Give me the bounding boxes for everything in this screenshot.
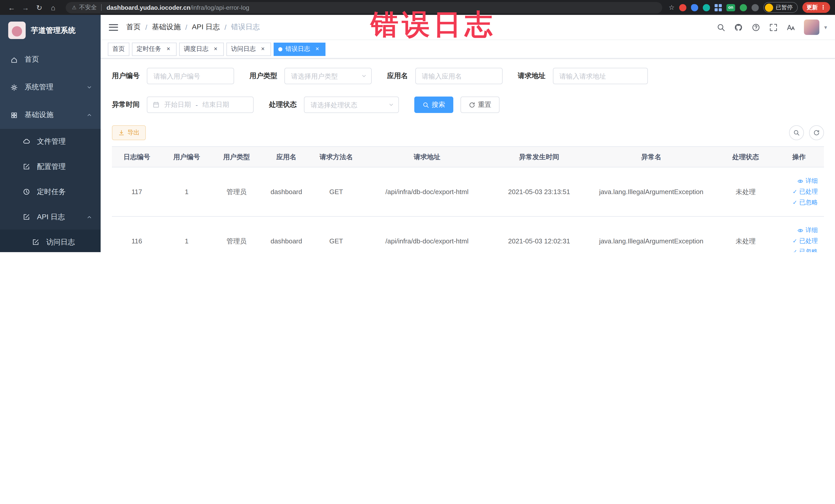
breadcrumb-item-infrastructure[interactable]: 基础设施	[152, 23, 181, 32]
detail-link[interactable]: 详细	[777, 225, 818, 236]
refresh-table-button[interactable]	[809, 125, 824, 140]
search-button-label: 搜索	[432, 100, 445, 109]
sidebar-item-home[interactable]: 首页	[0, 46, 101, 74]
user-id-label: 用户编号	[112, 72, 140, 81]
address-bar[interactable]: ⚠ 不安全 dashboard.yudao.iocoder.cn /infra/…	[66, 2, 663, 13]
sidebar-toggle-icon[interactable]	[109, 24, 118, 31]
browser-chrome: ← → ↻ ⌂ ⚠ 不安全 dashboard.yudao.iocoder.cn…	[0, 0, 835, 15]
sidebar-item-infrastructure[interactable]: 基础设施	[0, 101, 101, 129]
tab-label: 调度日志	[184, 45, 208, 54]
tab-home[interactable]: 首页	[108, 42, 129, 56]
column-header-user-id: 用户编号	[162, 147, 211, 167]
column-header-method: 请求方法名	[311, 147, 361, 167]
sidebar-item-config-management[interactable]: 配置管理	[0, 154, 101, 179]
browser-forward-icon[interactable]: →	[19, 3, 32, 12]
extension-paw-icon[interactable]	[752, 4, 759, 11]
fullscreen-icon[interactable]	[769, 23, 778, 32]
detail-link-label: 详细	[806, 225, 818, 236]
mark-ignored-link[interactable]: ✓ 已忽略	[777, 246, 818, 252]
detail-link-label: 详细	[806, 176, 818, 186]
user-avatar[interactable]	[804, 20, 820, 35]
tab-dispatch-log[interactable]: 调度日志 ×	[179, 42, 224, 56]
app-name-input[interactable]	[415, 68, 502, 84]
sidebar-item-file-management[interactable]: 文件管理	[0, 129, 101, 154]
tab-access-log[interactable]: 访问日志 ×	[226, 42, 271, 56]
range-separator: -	[196, 101, 198, 108]
extension-blue-drop-icon[interactable]	[691, 4, 698, 11]
mark-processed-link[interactable]: ✓ 已处理	[777, 186, 818, 197]
search-icon[interactable]	[717, 23, 726, 32]
extension-red-icon[interactable]	[679, 4, 686, 11]
font-size-icon[interactable]	[787, 23, 795, 32]
column-header-exception-name: 异常名	[586, 147, 717, 167]
process-status-label: 处理状态	[269, 100, 297, 109]
tags-view: 首页 定时任务 × 调度日志 × 访问日志 × 错误日志 ×	[101, 40, 835, 59]
tab-error-log[interactable]: 错误日志 ×	[273, 42, 325, 56]
error-log-table: 日志编号 用户编号 用户类型 应用名 请求方法名 请求地址 异常发生时间 异常名…	[112, 146, 824, 252]
request-url-input[interactable]	[553, 68, 648, 84]
breadcrumb-item-home[interactable]: 首页	[126, 23, 141, 32]
mark-ignored-link[interactable]: ✓ 已忽略	[777, 197, 818, 208]
sidebar-item-scheduled-tasks[interactable]: 定时任务	[0, 179, 101, 204]
sidebar-item-access-log[interactable]: 访问日志	[0, 229, 101, 252]
browser-reload-icon[interactable]: ↻	[33, 3, 46, 12]
search-button[interactable]: 搜索	[414, 97, 453, 113]
user-type-select[interactable]	[284, 68, 372, 84]
close-tab-icon[interactable]: ×	[314, 45, 321, 53]
detail-link[interactable]: 详细	[777, 176, 818, 186]
cell-user-id: 1	[162, 217, 211, 252]
github-icon[interactable]	[734, 23, 743, 32]
page-content: 用户编号 用户类型 应用名 请求	[101, 59, 835, 252]
column-header-exception-time: 异常发生时间	[493, 147, 586, 167]
download-icon	[118, 129, 125, 136]
search-icon	[423, 101, 429, 108]
browser-back-icon[interactable]: ←	[5, 3, 18, 12]
breadcrumb-item-api-log[interactable]: API 日志	[192, 23, 220, 32]
cell-user-type: 管理员	[211, 217, 261, 252]
sidebar-item-api-log[interactable]: API 日志	[0, 204, 101, 229]
mark-processed-link[interactable]: ✓ 已处理	[777, 236, 818, 246]
help-icon[interactable]	[752, 23, 760, 32]
logo-title: 芋道管理系统	[31, 25, 76, 35]
app-name-label: 应用名	[387, 72, 408, 81]
tab-label: 错误日志	[285, 45, 310, 54]
caret-down-icon[interactable]: ▾	[824, 24, 827, 31]
close-tab-icon[interactable]: ×	[259, 45, 266, 53]
close-tab-icon[interactable]: ×	[165, 45, 172, 53]
sidebar-item-system-management[interactable]: 系统管理	[0, 74, 101, 101]
cell-status: 未处理	[717, 217, 774, 252]
browser-home-icon[interactable]: ⌂	[47, 3, 60, 12]
bookmark-star-icon[interactable]: ☆	[669, 4, 675, 11]
access-log-icon	[32, 238, 40, 246]
cell-log-id: 117	[112, 167, 162, 217]
cell-log-id: 116	[112, 217, 162, 252]
profile-paused-badge[interactable]: 已暂停	[763, 2, 798, 13]
topbar-actions: ▾	[717, 20, 827, 35]
extension-on-badge[interactable]: on	[727, 4, 735, 11]
user-id-input[interactable]	[147, 68, 234, 84]
reset-button[interactable]: 重置	[461, 97, 500, 113]
close-tab-icon[interactable]: ×	[212, 45, 219, 53]
sidebar-item-label: 访问日志	[46, 238, 75, 247]
export-button-label: 导出	[127, 128, 140, 137]
extension-leaf-icon[interactable]	[740, 4, 747, 11]
url-host: dashboard.yudao.iocoder.cn	[106, 4, 190, 11]
security-label[interactable]: 不安全	[79, 4, 97, 11]
cell-actions: 详细 ✓ 已处理 ✓ 已忽略	[774, 217, 824, 252]
logo[interactable]: 芋道管理系统	[0, 15, 101, 46]
refresh-icon	[813, 129, 820, 136]
tab-scheduled-tasks[interactable]: 定时任务 ×	[132, 42, 177, 56]
paused-label: 已暂停	[776, 4, 793, 11]
extensions-grid-icon[interactable]	[715, 4, 722, 11]
exception-time-range[interactable]: 开始日期 - 结束日期	[147, 97, 253, 113]
sidebar-menu: 首页 系统管理 基础设施 文件管理	[0, 46, 101, 252]
check-icon: ✓	[793, 189, 797, 195]
process-status-select[interactable]	[304, 97, 399, 113]
browser-update-button[interactable]: 更新 ⋮	[802, 2, 830, 13]
browser-menu-icon[interactable]: ⋮	[820, 4, 826, 11]
export-button[interactable]: 导出	[112, 125, 146, 140]
request-url-label: 请求地址	[518, 72, 546, 81]
search-toggle-button[interactable]	[789, 125, 804, 140]
extension-teal-icon[interactable]	[703, 4, 710, 11]
update-label: 更新	[807, 4, 818, 11]
